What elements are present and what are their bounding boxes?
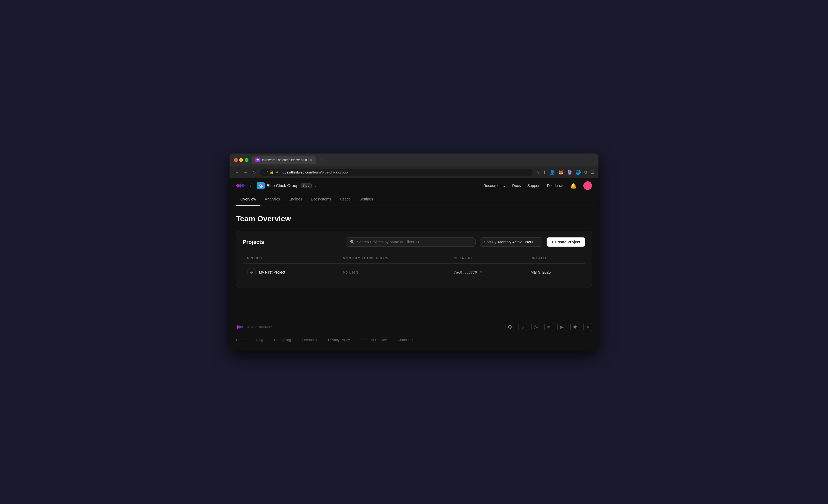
search-input[interactable]	[357, 240, 471, 244]
maximize-button[interactable]	[245, 158, 248, 162]
table-header: PROJECT MONTHLY ACTIVE USERS CLIENT ID C…	[243, 253, 585, 264]
footer-link-home[interactable]: Home	[236, 338, 246, 342]
address-security-icons: 🛡 🔒 ⇌	[264, 170, 279, 174]
team-icon: 🐔	[257, 182, 265, 189]
table-row[interactable]: ⚙ My First Project No Users 7ec0...3770 …	[243, 264, 585, 281]
lock-icon: 🔒	[270, 170, 274, 174]
footer-logo	[236, 324, 244, 330]
page-title: Team Overview	[236, 215, 592, 223]
sub-nav: Overview Analytics Engines Ecosystems Us…	[230, 193, 598, 206]
reload-button[interactable]: ↻	[251, 169, 257, 175]
url-path: /team/blue-chick-group	[312, 170, 347, 174]
mau-cell: No Users	[338, 264, 449, 281]
search-wrap[interactable]: 🔍	[346, 237, 475, 246]
main-content: Team Overview Projects 🔍 Sort By Monthly…	[230, 206, 598, 314]
support-link[interactable]: Support	[527, 183, 540, 188]
footer-link-privacy[interactable]: Privacy Policy	[328, 338, 350, 342]
x-icon[interactable]: ✕	[583, 323, 592, 331]
footer-link-terms[interactable]: Terms of Service	[361, 338, 387, 342]
tab-engines[interactable]: Engines	[284, 193, 306, 205]
sort-label: Sort By	[484, 240, 496, 244]
tab-settings[interactable]: Settings	[355, 193, 378, 205]
tab-overview[interactable]: Overview	[236, 193, 260, 205]
footer-link-changelog[interactable]: Changelog	[274, 338, 291, 342]
resources-button[interactable]: Resources ⌄	[484, 183, 506, 188]
browser-toolbar-icons: ☆ ⬇ 👤 🦊 🔮 🌐 ⧉ ☰	[536, 170, 594, 175]
feedback-link[interactable]: Feedback	[547, 183, 564, 188]
traffic-lights	[234, 158, 248, 162]
tab-ecosystems[interactable]: Ecosystems	[306, 193, 335, 205]
footer-link-feedback[interactable]: Feedback	[302, 338, 317, 342]
footer-copyright: © 2025 thirdweb	[247, 325, 273, 329]
projects-card: Projects 🔍 Sort By Monthly Active Users …	[236, 231, 592, 288]
youtube-icon[interactable]: ▶	[557, 323, 566, 331]
tab-usage[interactable]: Usage	[335, 193, 355, 205]
project-name: My First Project	[259, 270, 285, 274]
account-icon[interactable]: 👤	[549, 170, 555, 175]
footer-link-chainlist[interactable]: Chain List	[398, 338, 413, 342]
extension2-icon[interactable]: 🔮	[567, 170, 572, 175]
extensions-icon[interactable]: ⧉	[584, 170, 587, 175]
team-badge[interactable]: 🐔 Blue Chick Group Free ⌄	[257, 182, 317, 189]
address-bar: ← → ↻ 🛡 🔒 ⇌ https://thirdweb.com/team/bl…	[230, 167, 598, 178]
user-avatar[interactable]	[583, 181, 592, 190]
col-created: CREATED	[526, 253, 585, 264]
menu-icon[interactable]: ☰	[590, 170, 594, 175]
copy-client-id-button[interactable]: ⧉	[479, 270, 483, 275]
extension3-icon[interactable]: 🌐	[576, 170, 581, 175]
active-tab[interactable]: W thirdweb: The complete web3 d ✕	[252, 156, 316, 164]
back-button[interactable]: ←	[234, 170, 240, 175]
project-icon: ⚙	[247, 268, 256, 277]
address-input[interactable]: 🛡 🔒 ⇌ https://thirdweb.com/team/blue-chi…	[260, 169, 533, 176]
col-mau: MONTHLY ACTIVE USERS	[338, 253, 449, 264]
client-id-cell: 7ec0...3770 ⧉	[449, 264, 526, 281]
redirect-icon: ⇌	[276, 170, 279, 174]
tab-bar: W thirdweb: The complete web3 d ✕ +	[252, 156, 588, 164]
client-id-text: 7ec0...3770	[454, 270, 477, 274]
instagram-icon[interactable]: ◎	[532, 323, 540, 331]
resources-label: Resources	[484, 183, 501, 188]
footer-logo-wrap: © 2025 thirdweb	[236, 324, 273, 330]
team-name: Blue Chick Group	[267, 183, 299, 188]
bookmark-icon[interactable]: ☆	[536, 170, 540, 175]
footer-links: Home Blog Changelog Feedback Privacy Pol…	[236, 338, 592, 342]
resources-chevron-icon: ⌄	[503, 183, 506, 188]
tab-title: thirdweb: The complete web3 d	[262, 158, 307, 162]
sort-chevron-icon: ⌄	[535, 240, 538, 244]
footer-link-blog[interactable]: Blog	[256, 338, 263, 342]
plan-badge: Free	[300, 183, 312, 188]
footer-social: ♪ ◎ in ▶ 👾 ✕	[505, 323, 592, 331]
new-tab-button[interactable]: +	[319, 157, 324, 163]
project-name-cell: ⚙ My First Project	[243, 264, 338, 281]
search-icon: 🔍	[350, 240, 355, 244]
col-client-id: CLIENT ID	[449, 253, 526, 264]
sort-value: Monthly Active Users	[498, 240, 533, 244]
nav-buttons: ← → ↻	[234, 169, 257, 175]
download-icon[interactable]: ⬇	[543, 170, 546, 175]
app-logo[interactable]	[236, 182, 245, 189]
title-bar: W thirdweb: The complete web3 d ✕ + ⌄	[230, 153, 598, 167]
mau-value: No Users	[343, 270, 358, 274]
projects-header: Projects 🔍 Sort By Monthly Active Users …	[243, 237, 585, 246]
projects-section-title: Projects	[243, 239, 264, 245]
tab-close-icon[interactable]: ✕	[309, 158, 313, 162]
col-project: PROJECT	[243, 253, 338, 264]
notification-button[interactable]: 🔔	[570, 182, 577, 189]
url-domain: https://thirdweb.com	[281, 170, 312, 174]
created-cell: Mar 9, 2025	[526, 264, 585, 281]
minimize-button[interactable]	[239, 158, 243, 162]
tiktok-icon[interactable]: ♪	[519, 323, 527, 331]
create-project-button[interactable]: + Create Project	[547, 237, 585, 246]
table-body: ⚙ My First Project No Users 7ec0...3770 …	[243, 264, 585, 281]
extension1-icon[interactable]: 🦊	[558, 170, 564, 175]
github-icon[interactable]	[505, 323, 514, 331]
linkedin-icon[interactable]: in	[544, 323, 553, 331]
projects-table: PROJECT MONTHLY ACTIVE USERS CLIENT ID C…	[243, 253, 585, 281]
forward-button[interactable]: →	[243, 170, 249, 175]
close-button[interactable]	[234, 158, 238, 162]
tab-analytics[interactable]: Analytics	[260, 193, 284, 205]
reddit-icon[interactable]: 👾	[570, 323, 579, 331]
docs-link[interactable]: Docs	[512, 183, 521, 188]
logo-svg	[236, 182, 245, 189]
sort-button[interactable]: Sort By Monthly Active Users ⌄	[480, 237, 542, 246]
